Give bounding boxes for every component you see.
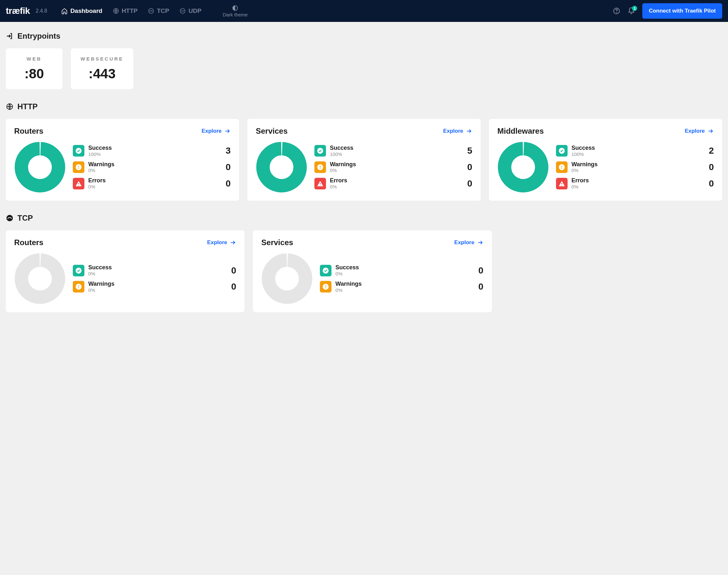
svg-point-21 xyxy=(561,185,562,185)
stat-pct: 0% xyxy=(88,288,224,293)
svg-point-27 xyxy=(268,259,306,298)
stat-count: 0 xyxy=(223,178,231,189)
nav-http-label: HTTP xyxy=(122,7,138,14)
stat-pct: 0% xyxy=(88,184,219,190)
entrypoint-card-web[interactable]: WEB :80 xyxy=(6,48,63,89)
explore-label: Explore xyxy=(202,128,221,134)
entrypoints-title-text: Entrypoints xyxy=(18,32,60,41)
nav-tcp-label: TCP xyxy=(157,7,169,14)
arrow-right-icon xyxy=(477,239,484,246)
contrast-icon xyxy=(232,5,238,11)
stat-count: 0 xyxy=(706,162,714,172)
stat-label: Errors xyxy=(330,177,461,184)
panel-title: Routers xyxy=(14,127,43,136)
panel-http-services: Services Explore Success100% 5 xyxy=(247,119,481,201)
entrypoint-port: :443 xyxy=(80,66,124,81)
stat-success: Success0% 0 xyxy=(320,265,483,276)
explore-link-http-middlewares[interactable]: Explore xyxy=(685,128,714,134)
check-circle-icon xyxy=(73,265,84,276)
panel-title: Routers xyxy=(14,238,43,247)
stat-count: 0 xyxy=(464,162,472,172)
section-tcp: TCP Routers Explore Success xyxy=(6,213,722,312)
stat-count: 0 xyxy=(229,281,236,292)
nav-udp-label: UDP xyxy=(188,7,201,14)
stat-count: 2 xyxy=(706,146,714,156)
svg-point-11 xyxy=(78,185,79,185)
stat-count: 0 xyxy=(229,265,236,276)
explore-link-tcp-services[interactable]: Explore xyxy=(454,239,483,246)
svg-point-17 xyxy=(504,148,542,186)
svg-point-26 xyxy=(78,288,79,289)
check-circle-icon xyxy=(320,265,332,276)
stat-pct: 0% xyxy=(88,271,224,276)
top-header: træfik 2.4.8 Dashboard HTTP TCP UDP Dark… xyxy=(0,0,728,22)
error-triangle-icon xyxy=(73,178,84,190)
svg-point-12 xyxy=(262,148,301,186)
nav-udp[interactable]: UDP xyxy=(175,5,206,17)
donut-chart xyxy=(14,253,66,304)
check-circle-icon xyxy=(73,145,84,157)
stat-label: Success xyxy=(88,145,219,151)
help-button[interactable] xyxy=(613,7,620,15)
svg-point-22 xyxy=(6,215,13,221)
entrypoint-port: :80 xyxy=(15,66,53,81)
stat-count: 5 xyxy=(464,146,472,156)
stat-warnings: Warnings0% 0 xyxy=(556,161,714,173)
stat-pct: 0% xyxy=(335,271,472,276)
svg-point-23 xyxy=(21,259,59,298)
section-title-entrypoints: Entrypoints xyxy=(6,32,722,41)
stat-label: Success xyxy=(335,265,472,271)
stat-warnings: Warnings0% 0 xyxy=(73,161,231,173)
explore-link-http-routers[interactable]: Explore xyxy=(202,128,231,134)
tcp-icon xyxy=(6,214,13,222)
svg-point-7 xyxy=(21,148,59,186)
stat-count: 0 xyxy=(706,178,714,189)
explore-link-tcp-routers[interactable]: Explore xyxy=(207,239,236,246)
donut-chart xyxy=(497,141,549,193)
stat-label: Success xyxy=(88,265,224,271)
stat-label: Warnings xyxy=(571,161,702,168)
section-entrypoints: Entrypoints WEB :80 WEBSECURE :443 xyxy=(6,32,722,89)
panel-title: Services xyxy=(256,127,288,136)
stat-success: Success100% 5 xyxy=(314,145,472,157)
notification-badge: 1 xyxy=(632,6,637,11)
nav-http[interactable]: HTTP xyxy=(108,5,142,17)
nav-dashboard[interactable]: Dashboard xyxy=(57,5,107,17)
home-icon xyxy=(61,8,68,14)
donut-chart xyxy=(261,253,313,304)
explore-link-http-services[interactable]: Explore xyxy=(443,128,472,134)
nav-tcp[interactable]: TCP xyxy=(143,5,174,17)
arrow-right-icon xyxy=(230,239,236,246)
entrypoint-card-websecure[interactable]: WEBSECURE :443 xyxy=(71,48,133,89)
notifications-button[interactable]: 1 xyxy=(627,7,635,15)
stat-success: Success100% 3 xyxy=(73,145,231,157)
stat-count: 0 xyxy=(476,265,484,276)
main-content: Entrypoints WEB :80 WEBSECURE :443 HTTP … xyxy=(0,22,728,335)
theme-toggle[interactable]: Dark theme xyxy=(222,5,248,18)
tcp-panel-grid: Routers Explore Success0% 0 xyxy=(6,230,722,312)
udp-icon xyxy=(179,8,186,14)
svg-point-16 xyxy=(320,185,320,185)
stat-pct: 100% xyxy=(330,151,461,157)
stat-pct: 0% xyxy=(330,168,461,173)
section-title-http: HTTP xyxy=(6,102,722,111)
donut-chart xyxy=(14,141,66,193)
stat-errors: Errors0% 0 xyxy=(556,177,714,190)
stat-success: Success0% 0 xyxy=(73,265,236,276)
globe-icon xyxy=(6,103,13,110)
version-label: 2.4.8 xyxy=(36,8,47,14)
svg-point-15 xyxy=(320,168,321,169)
panel-http-middlewares: Middlewares Explore Success100% 2 xyxy=(489,119,722,201)
explore-label: Explore xyxy=(207,239,227,246)
panel-tcp-routers: Routers Explore Success0% 0 xyxy=(6,230,244,312)
stat-errors: Errors0% 0 xyxy=(314,177,472,190)
stat-pct: 100% xyxy=(88,151,219,157)
stat-count: 0 xyxy=(476,281,484,292)
http-title-text: HTTP xyxy=(18,102,38,111)
svg-point-30 xyxy=(325,288,326,289)
arrow-right-icon xyxy=(224,128,231,134)
connect-pilot-button[interactable]: Connect with Traefik Pilot xyxy=(642,3,722,19)
panel-tcp-services: Services Explore Success0% 0 xyxy=(253,230,492,312)
explore-label: Explore xyxy=(685,128,705,134)
stat-pct: 0% xyxy=(88,168,219,173)
